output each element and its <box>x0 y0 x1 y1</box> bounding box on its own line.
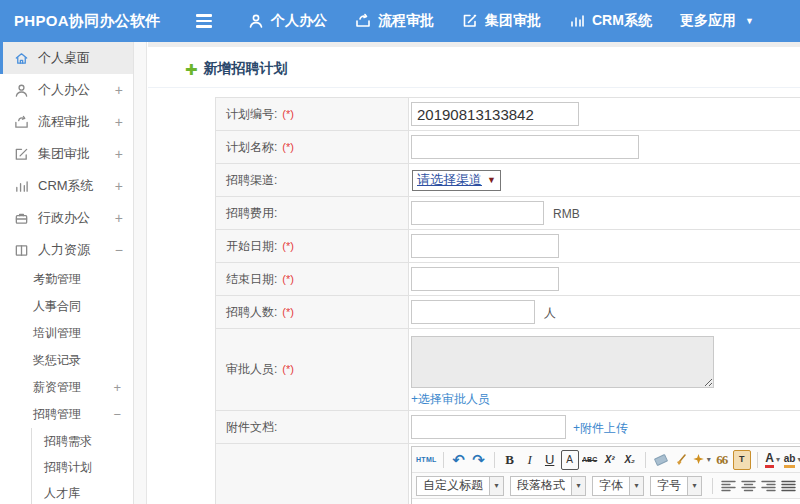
blockquote-icon[interactable]: 66 <box>713 450 731 470</box>
workflow-share-icon <box>14 115 29 130</box>
approver-textarea[interactable] <box>411 336 714 388</box>
nav-more-apps[interactable]: 更多应用 ▼ <box>680 12 754 30</box>
page-header: ✚ 新增招聘计划 <box>148 47 800 88</box>
sidebar-item-desktop[interactable]: 个人桌面 <box>0 42 133 74</box>
table-row: 计划编号:(*) <box>216 98 800 131</box>
table-row: 审批人员:(*) +选择审批人员 <box>216 329 800 411</box>
required-mark: (*) <box>282 363 294 375</box>
field-label: 计划名称: <box>226 140 277 154</box>
app-logo: PHPOA协同办公软件 <box>0 12 160 31</box>
font-family-select[interactable]: 字体 ▾ <box>592 476 644 496</box>
collapse-minus-icon[interactable]: − <box>115 242 123 258</box>
sidebar-item-workflow-approval[interactable]: 流程审批 + <box>0 106 133 138</box>
collapse-minus-icon[interactable]: − <box>113 407 121 422</box>
format-painter-icon[interactable] <box>672 450 690 470</box>
required-mark: (*) <box>282 240 294 252</box>
superscript-icon[interactable]: X² <box>601 450 619 470</box>
char-border-icon[interactable]: A <box>561 450 579 470</box>
sidebar-item-admin-office[interactable]: 行政办公 + <box>0 202 133 234</box>
expand-plus-icon[interactable]: + <box>115 210 123 226</box>
table-row: 招聘人数:(*) 人 <box>216 296 800 329</box>
table-row: 开始日期:(*) <box>216 230 800 263</box>
paste-plain-text-icon[interactable]: T <box>733 450 751 470</box>
italic-icon[interactable]: I <box>521 450 539 470</box>
sidebar-scrollbar[interactable] <box>134 42 147 504</box>
bar-chart-icon <box>14 179 29 194</box>
end-date-input[interactable] <box>411 267 559 291</box>
sidebar-item-salary[interactable]: 薪资管理 + <box>0 374 133 401</box>
topbar: PHPOA协同办公软件 个人办公 流程审批 集团审批 CRM系统 更多应用 ▼ <box>0 0 800 42</box>
sidebar-item-crm[interactable]: CRM系统 + <box>0 170 133 202</box>
align-justify-icon[interactable] <box>779 476 797 496</box>
custom-heading-select[interactable]: 自定义标题 ▾ <box>416 476 504 496</box>
paragraph-format-select[interactable]: 段落格式 ▾ <box>510 476 586 496</box>
attachment-input[interactable] <box>411 415 566 439</box>
expand-plus-icon[interactable]: + <box>115 146 123 162</box>
expand-plus-icon[interactable]: + <box>115 82 123 98</box>
strikethrough-icon[interactable]: ABC <box>581 450 599 470</box>
editor-toolbar-row2: 自定义标题 ▾ 段落格式 ▾ 字体 ▾ 字号 ▾ <box>412 473 800 499</box>
font-size-select[interactable]: 字号 ▾ <box>650 476 702 496</box>
sidebar-item-talent-pool[interactable]: 人才库 <box>32 480 133 504</box>
sidebar-item-rewards[interactable]: 奖惩记录 <box>0 347 133 374</box>
remove-format-icon[interactable] <box>652 450 670 470</box>
editor-toolbar-row1: HTML ↶ ↷ B I U A ABC X² X₂ <box>412 447 800 473</box>
font-color-icon[interactable]: A ▾ <box>764 450 782 470</box>
nav-group-approval[interactable]: 集团审批 <box>462 12 541 30</box>
table-row: 计划名称:(*) <box>216 131 800 164</box>
sidebar-item-hr-contract[interactable]: 人事合同 <box>0 293 133 320</box>
recruit-plan-form: 计划编号:(*) 计划名称:(*) 招聘渠道: 请选择渠道 ▼ 招聘费用: RM… <box>215 97 800 504</box>
nav-workflow-approval[interactable]: 流程审批 <box>355 12 434 30</box>
caret-down-icon: ▾ <box>571 477 585 495</box>
required-mark: (*) <box>282 306 294 318</box>
sidebar-item-recruit-demand[interactable]: 招聘需求 <box>32 428 133 454</box>
field-label: 审批人员: <box>226 362 277 376</box>
channel-select[interactable]: 请选择渠道 ▼ <box>412 170 501 191</box>
bold-icon[interactable]: B <box>501 450 519 470</box>
highlight-color-icon[interactable]: ab ▾ <box>784 450 800 470</box>
caret-down-icon: ▼ <box>487 175 496 185</box>
sidebar-item-recruit-plan[interactable]: 招聘计划 <box>32 454 133 480</box>
expand-plus-icon[interactable]: + <box>115 114 123 130</box>
sidebar-item-attendance[interactable]: 考勤管理 <box>0 266 133 293</box>
sidebar-item-group-approval[interactable]: 集团审批 + <box>0 138 133 170</box>
attachment-upload-link[interactable]: +附件上传 <box>573 421 628 435</box>
html-source-icon[interactable]: HTML <box>416 450 437 470</box>
caret-down-icon: ▾ <box>687 477 701 495</box>
caret-down-icon: ▾ <box>707 455 711 464</box>
nav-personal-office[interactable]: 个人办公 <box>248 12 327 30</box>
align-center-icon[interactable] <box>739 476 757 496</box>
sidebar-item-personal-office[interactable]: 个人办公 + <box>0 74 133 106</box>
quick-format-icon[interactable]: ▾ <box>692 450 711 470</box>
nav-crm-system[interactable]: CRM系统 <box>569 12 652 30</box>
sidebar-item-hr[interactable]: 人力资源 − <box>0 234 133 266</box>
align-right-icon[interactable] <box>759 476 777 496</box>
caret-down-icon: ▼ <box>745 16 754 26</box>
subscript-icon[interactable]: X₂ <box>621 450 639 470</box>
undo-icon[interactable]: ↶ <box>450 450 468 470</box>
caret-down-icon: ▾ <box>629 477 643 495</box>
editor-content-area[interactable] <box>412 499 800 504</box>
redo-icon[interactable]: ↷ <box>470 450 488 470</box>
sidebar-item-recruit-mgmt[interactable]: 招聘管理 − <box>0 401 133 428</box>
table-row: HTML ↶ ↷ B I U A ABC X² X₂ <box>216 444 800 504</box>
expand-plus-icon[interactable]: + <box>115 178 123 194</box>
align-left-icon[interactable] <box>719 476 737 496</box>
field-label: 招聘人数: <box>226 305 277 319</box>
start-date-input[interactable] <box>411 234 559 258</box>
plan-no-input[interactable] <box>411 102 579 126</box>
edit-square-icon <box>462 13 478 29</box>
sidebar-item-training[interactable]: 培训管理 <box>0 320 133 347</box>
select-approver-link[interactable]: +选择审批人员 <box>411 392 490 406</box>
required-mark: (*) <box>282 273 294 285</box>
underline-icon[interactable]: U <box>541 450 559 470</box>
headcount-input[interactable] <box>411 300 535 324</box>
plan-name-input[interactable] <box>411 135 639 159</box>
book-icon <box>14 243 29 258</box>
fee-input[interactable] <box>411 201 544 225</box>
headcount-unit-label: 人 <box>544 306 556 320</box>
field-label: 附件文档: <box>226 420 277 434</box>
expand-plus-icon[interactable]: + <box>113 380 121 395</box>
channel-select-value: 请选择渠道 <box>417 171 482 189</box>
menu-toggle-icon[interactable] <box>196 14 212 28</box>
